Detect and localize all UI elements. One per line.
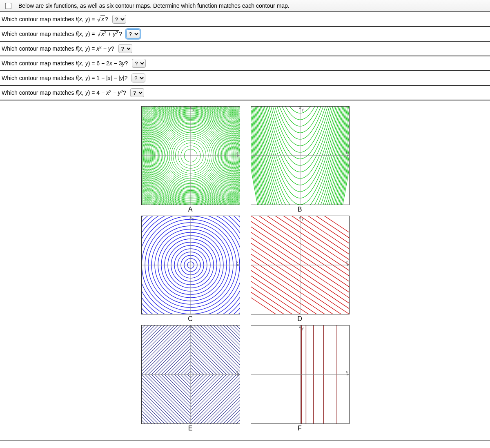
plot-label-F: F — [251, 424, 349, 432]
answer-select-4[interactable]: ? — [132, 59, 146, 68]
answer-select-6[interactable]: ? — [130, 88, 144, 97]
answer-select-2[interactable]: ? — [126, 29, 140, 38]
svg-text:x: x — [236, 260, 238, 264]
plot-label-E: E — [141, 424, 239, 432]
plot-D: xy D — [251, 216, 349, 323]
plot-F: xy F — [251, 325, 349, 432]
svg-text:x: x — [346, 260, 348, 264]
question-row-5: Which contour map matches f(x, y) = 1 − … — [0, 71, 490, 86]
plot-E: xy E — [141, 325, 239, 432]
question-text-5: Which contour map matches f(x, y) = 1 − … — [2, 75, 131, 81]
intro: Below are six functions, as well as six … — [0, 0, 490, 12]
question-row-6: Which contour map matches f(x, y) = 4 − … — [0, 86, 490, 100]
contour-grid: xy A xy B xy C xy D xy E xy F — [0, 100, 490, 441]
question-checkbox[interactable] — [5, 2, 12, 9]
question-text-4: Which contour map matches f(x, y) = 6 − … — [2, 60, 132, 67]
question-row-3: Which contour map matches f(x, y) = x2 −… — [0, 42, 490, 56]
svg-text:y: y — [192, 107, 194, 111]
svg-marker-67 — [189, 107, 192, 109]
contour-F: xy — [251, 325, 350, 424]
plot-B: xy B — [251, 106, 349, 213]
svg-marker-102 — [189, 216, 192, 218]
question-row-2: Which contour map matches f(x, y) = x2 +… — [0, 27, 490, 42]
answer-select-1[interactable]: ? — [112, 15, 126, 24]
svg-text:y: y — [302, 107, 304, 111]
plot-C: xy C — [141, 216, 239, 323]
question-row-4: Which contour map matches f(x, y) = 6 − … — [0, 56, 490, 71]
plot-A: xy A — [141, 106, 239, 213]
svg-text:x: x — [236, 151, 238, 155]
plot-label-B: B — [251, 205, 349, 213]
contour-D: xy — [251, 216, 350, 314]
question-text-3: Which contour map matches f(x, y) = x2 −… — [2, 45, 118, 52]
plot-label-C: C — [141, 314, 239, 323]
answer-select-3[interactable]: ? — [118, 44, 132, 53]
contour-A: xy — [141, 106, 240, 205]
question-text-2: Which contour map matches f(x, y) = x2 +… — [2, 30, 126, 38]
question-text-1: Which contour map matches f(x, y) = x? — [2, 16, 112, 23]
contour-C: xy — [141, 216, 240, 314]
svg-marker-184 — [299, 325, 301, 328]
svg-text:y: y — [192, 217, 194, 221]
intro-text: Below are six functions, as well as six … — [18, 2, 290, 9]
svg-text:y: y — [302, 217, 304, 221]
plot-label-D: D — [251, 314, 349, 323]
plot-label-A: A — [141, 205, 239, 213]
contour-E: xy — [141, 325, 240, 424]
svg-marker-74 — [299, 107, 301, 109]
question-row-1: Which contour map matches f(x, y) = x?? — [0, 12, 490, 27]
svg-text:y: y — [302, 326, 304, 330]
question-text-6: Which contour map matches f(x, y) = 4 − … — [2, 89, 130, 96]
svg-text:x: x — [236, 370, 238, 374]
svg-text:x: x — [346, 370, 348, 374]
contour-B: xy — [251, 106, 350, 205]
svg-text:y: y — [192, 326, 194, 330]
svg-text:x: x — [346, 151, 348, 155]
answer-select-5[interactable]: ? — [131, 74, 145, 82]
svg-marker-170 — [189, 325, 192, 328]
